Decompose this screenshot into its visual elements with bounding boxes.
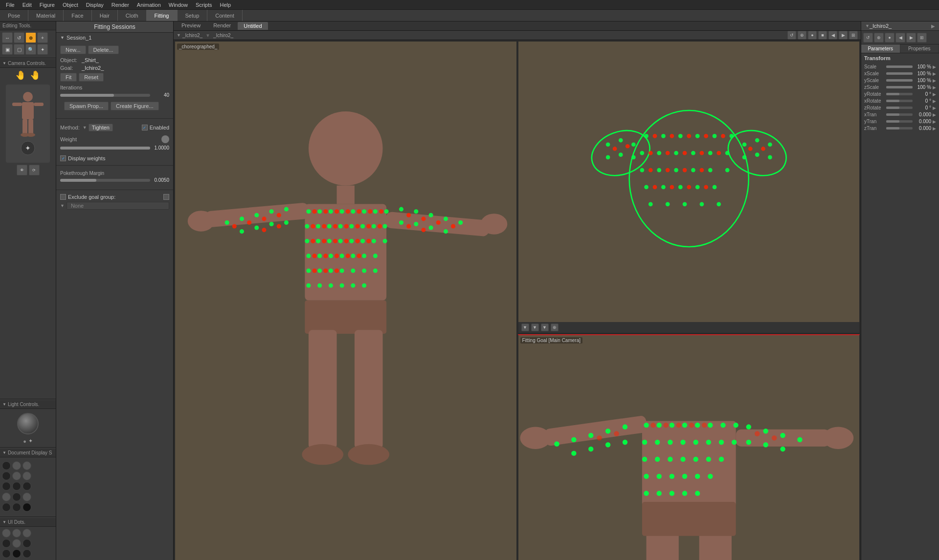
none-value[interactable]: None [67,202,169,210]
menu-object[interactable]: Object [59,2,82,8]
ztran-slider[interactable] [886,127,913,129]
exclude-checkbox2[interactable] [163,194,169,200]
xscale-arrow[interactable]: ▶ [933,71,936,76]
vp-tl-btn1[interactable]: ▼ [521,323,529,331]
poke-slider[interactable] [60,179,150,182]
display-weights-checkbox[interactable] [60,155,66,161]
ytran-slider[interactable] [886,120,913,123]
ui-dot-9[interactable] [22,549,31,558]
new-button[interactable]: New... [60,45,86,54]
dot-3[interactable] [22,461,31,470]
tab-preview[interactable]: Preview [176,22,206,30]
menu-help[interactable]: Help [216,2,235,8]
bc-icon-7[interactable]: ⊞ [849,31,858,40]
right-hand-icon[interactable]: 🤚 [30,70,41,81]
create-figure-button[interactable]: Create Figure... [111,102,158,110]
delete-button[interactable]: Delete... [88,45,119,54]
yscale-slider[interactable] [886,79,913,82]
dot-11[interactable] [12,493,21,501]
xrotate-arrow[interactable]: ▶ [933,99,936,104]
bc-icon-2[interactable]: ⊕ [798,31,806,40]
rp-icon-2[interactable]: ⊕ [874,33,884,43]
bc-icon-3[interactable]: ● [808,31,817,40]
breadcrumb-figure[interactable]: ▼ _Ichiro2_ [177,33,202,38]
yscale-arrow[interactable]: ▶ [933,78,936,83]
menu-figure[interactable]: Figure [36,2,59,8]
ui-dot-8[interactable] [12,549,21,558]
menu-window[interactable]: Window [165,2,192,8]
left-hand-icon[interactable]: 🤚 [15,70,26,81]
tool-zoom[interactable]: 🔍 [25,44,36,55]
xrotate-slider[interactable] [886,100,913,102]
dot-8[interactable] [12,482,21,491]
bc-icon-4[interactable]: ■ [818,31,827,40]
menu-edit[interactable]: Edit [19,2,36,8]
tab-pose[interactable]: Pose [0,10,28,21]
menu-animation[interactable]: Animation [133,2,165,8]
rp-icon-1[interactable]: ↺ [863,33,873,43]
zrotate-slider[interactable] [886,107,913,109]
ui-dot-4[interactable] [2,539,11,548]
dot-15[interactable] [22,503,31,512]
dot-6[interactable] [22,472,31,480]
zscale-arrow[interactable]: ▶ [933,85,936,90]
scale-arrow[interactable]: ▶ [933,65,936,69]
enabled-checkbox[interactable] [142,125,148,130]
yrotate-slider[interactable] [886,93,913,95]
tool-star[interactable]: ✦ [37,44,48,55]
breadcrumb-sub[interactable]: _Ichiro2_ [213,33,233,38]
zscale-slider[interactable] [886,86,913,88]
menu-render[interactable]: Render [108,2,133,8]
dot-7[interactable] [2,482,11,491]
light-sparkle-icon[interactable]: ✦ [28,438,33,444]
bc-icon-6[interactable]: ▶ [839,31,848,40]
rp-icon-6[interactable]: ⊞ [917,33,927,43]
tab-content[interactable]: Content [207,10,243,21]
tool-select[interactable]: ▣ [2,44,13,55]
xtran-slider[interactable] [886,113,913,116]
xtran-arrow[interactable]: ▶ [933,112,936,117]
bc-icon-5[interactable]: ◀ [828,31,837,40]
tab-material[interactable]: Material [28,10,64,21]
ui-dot-1[interactable] [2,529,11,538]
menu-file[interactable]: File [2,2,19,8]
ui-dot-3[interactable] [22,529,31,538]
menu-scripts[interactable]: Scripts [192,2,216,8]
ztran-arrow[interactable]: ▶ [933,126,936,131]
spawn-prop-button[interactable]: Spawn Prop... [64,102,109,110]
ui-dot-6[interactable] [22,539,31,548]
tab-parameters[interactable]: Parameters [861,44,900,53]
ui-dot-7[interactable] [2,549,11,558]
rp-icon-3[interactable]: ● [885,33,894,43]
ui-dot-5[interactable] [12,539,21,548]
rp-icon-4[interactable]: ◀ [895,33,905,43]
dot-2[interactable] [12,461,21,470]
fit-button[interactable]: Fit [60,73,77,82]
dot-1[interactable] [2,461,11,470]
method-value[interactable]: Tighten [89,124,113,131]
tool-rotate[interactable]: ↺ [14,32,24,43]
dot-5[interactable] [12,472,21,480]
dot-9[interactable] [22,482,31,491]
exclude-checkbox[interactable] [60,194,66,200]
camera-icon-1[interactable]: 👁 [17,165,27,175]
tab-cloth[interactable]: Cloth [118,10,147,21]
session-row[interactable]: ▼ Session_1 [56,33,173,43]
tab-untitled[interactable]: Untitled [238,22,268,30]
tool-add[interactable]: + [37,32,48,43]
tab-properties[interactable]: Properties [900,44,939,53]
dot-12[interactable] [22,493,31,501]
rp-expand-btn[interactable]: ▶ [931,23,935,29]
dot-14[interactable] [12,503,21,512]
iterations-slider[interactable] [60,94,150,97]
scale-slider[interactable] [886,65,913,68]
tool-rect[interactable]: ▢ [14,44,24,55]
camera-icon-2[interactable]: ⟳ [29,165,40,175]
tab-hair[interactable]: Hair [92,10,118,21]
weight-icon[interactable] [161,135,169,143]
weight-slider[interactable] [60,147,150,150]
tab-setup[interactable]: Setup [178,10,208,21]
light-sphere[interactable] [17,413,39,434]
xscale-slider[interactable] [886,72,913,75]
bc-icon-1[interactable]: ↺ [787,31,796,40]
